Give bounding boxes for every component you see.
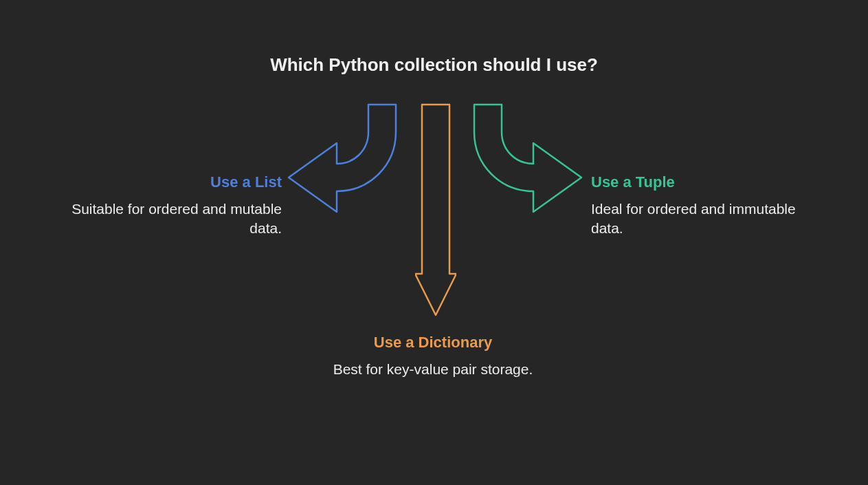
branch-tuple-description: Ideal for ordered and immutable data. [591,200,797,239]
diagram-title: Which Python collection should I use? [0,54,868,77]
branch-list: Use a List Suitable for ordered and muta… [69,173,282,239]
branch-tuple-heading: Use a Tuple [591,173,797,191]
branch-dictionary-description: Best for key-value pair storage. [289,360,577,379]
branch-dictionary: Use a Dictionary Best for key-value pair… [289,334,577,379]
arrow-right-icon [460,102,591,233]
branch-list-description: Suitable for ordered and mutable data. [69,200,282,239]
arrow-down-icon [415,102,456,322]
branch-dictionary-heading: Use a Dictionary [289,334,577,352]
branch-tuple: Use a Tuple Ideal for ordered and immuta… [591,173,797,239]
arrow-left-icon [279,102,410,233]
branch-list-heading: Use a List [69,173,282,191]
diagram-canvas: Which Python collection should I use? Us… [0,0,868,485]
